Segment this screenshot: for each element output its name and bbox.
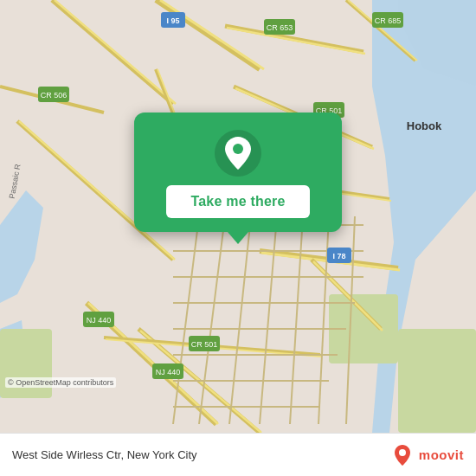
svg-text:NJ 440: NJ 440 — [87, 316, 112, 325]
svg-text:CR 653: CR 653 — [267, 23, 293, 32]
bottom-bar: West Side Wirless Ctr, New York City moo… — [0, 433, 476, 476]
location-pin-icon — [215, 130, 261, 177]
svg-point-76 — [399, 449, 406, 456]
svg-rect-6 — [0, 329, 52, 398]
location-text: West Side Wirless Ctr, New York City — [12, 448, 197, 461]
popup-card: Take me there — [134, 113, 342, 232]
take-me-there-button[interactable]: Take me there — [166, 185, 309, 218]
moovit-logo-icon — [390, 443, 415, 467]
svg-text:NJ 440: NJ 440 — [156, 368, 181, 376]
svg-text:I 95: I 95 — [166, 16, 179, 25]
svg-point-75 — [233, 144, 243, 154]
svg-rect-7 — [398, 329, 476, 433]
moovit-logo: moovit — [390, 443, 464, 467]
svg-text:I 78: I 78 — [332, 252, 345, 261]
svg-text:CR 685: CR 685 — [375, 16, 402, 25]
svg-text:CR 501: CR 501 — [191, 340, 218, 349]
moovit-brand-name: moovit — [419, 447, 464, 462]
osm-attribution: © OpenStreetMap contributors — [5, 377, 116, 388]
svg-text:Hobok: Hobok — [407, 119, 442, 132]
map-container: I 95 CR 653 CR 685 CR 506 CR 501 CR 644 … — [0, 0, 476, 433]
svg-text:CR 506: CR 506 — [41, 91, 68, 100]
